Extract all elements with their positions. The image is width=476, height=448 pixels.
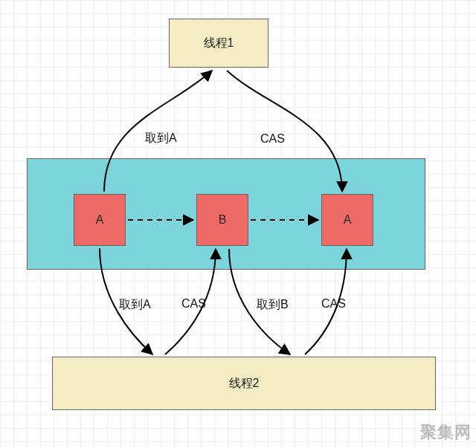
arrow-thread2-to-b-left [165, 249, 216, 354]
arrow-a1-to-thread1 [104, 71, 212, 192]
arrows-svg [0, 0, 476, 448]
arrow-thread1-to-a2 [227, 71, 342, 192]
diagram-stage: 线程1 A B A 线程2 取到A CAS 取到A CAS 取到B CAS [0, 0, 476, 448]
arrow-b-to-thread2 [229, 249, 290, 354]
arrow-thread2-to-a2 [305, 249, 347, 354]
watermark-text: 聚集网 [420, 421, 472, 444]
arrow-a1-to-thread2 [100, 248, 152, 354]
